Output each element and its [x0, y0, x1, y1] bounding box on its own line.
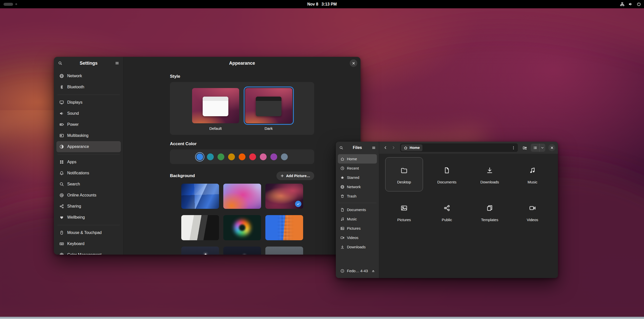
add-picture-label: Add Picture…: [286, 174, 310, 178]
workspace-pill[interactable]: [4, 3, 13, 6]
wallpaper-thumb-pixel-mosaic[interactable]: [265, 215, 303, 240]
folder-public[interactable]: Public: [428, 195, 466, 229]
sidebar-item-music[interactable]: Music: [338, 214, 377, 224]
wallpaper-thumb-geometric-blue[interactable]: [181, 184, 219, 209]
folder-desktop[interactable]: Desktop: [385, 157, 423, 191]
add-picture-button[interactable]: Add Picture…: [276, 172, 314, 180]
sidebar-item-online-accounts[interactable]: Online Accounts: [56, 190, 121, 201]
accent-swatch-orange[interactable]: [239, 153, 245, 160]
files-search-button[interactable]: [337, 144, 345, 151]
sidebar-item-search[interactable]: Search: [56, 179, 121, 190]
folder-pictures[interactable]: Pictures: [385, 195, 423, 229]
displays-icon: [59, 100, 64, 105]
settings-scroll-area[interactable]: Style Default Dark: [124, 69, 361, 255]
files-close-button[interactable]: [548, 144, 555, 151]
back-button[interactable]: [382, 144, 389, 151]
accent-swatch-slate[interactable]: [281, 153, 288, 160]
sidebar-item-label: Power: [67, 122, 79, 127]
accent-swatch-teal[interactable]: [207, 153, 214, 160]
style-preview-dark[interactable]: [245, 88, 292, 123]
accent-swatch-red[interactable]: [249, 153, 256, 160]
sidebar-item-displays[interactable]: Displays: [56, 97, 121, 108]
sidebar-item-wellbeing[interactable]: Wellbeing: [56, 212, 121, 223]
sidebar-item-label: Mouse & Touchpad: [67, 230, 102, 235]
settings-menu-button[interactable]: [113, 59, 121, 67]
sidebar-item-label: Displays: [67, 100, 82, 105]
location-menu-button[interactable]: [510, 144, 517, 151]
wallpaper-thumb-gray-sheets[interactable]: [181, 215, 219, 240]
sidebar-item-keyboard[interactable]: Keyboard: [56, 238, 121, 249]
style-option-default[interactable]: Default: [192, 88, 239, 131]
sidebar-item-sharing[interactable]: Sharing: [56, 201, 121, 212]
sidebar-item-mouse-touchpad[interactable]: Mouse & Touchpad: [56, 227, 121, 238]
sidebar-item-trash[interactable]: Trash: [338, 191, 377, 201]
sidebar-item-home[interactable]: Home: [338, 154, 377, 164]
power-icon[interactable]: [637, 2, 641, 6]
sidebar-item-sound[interactable]: Sound: [56, 108, 121, 119]
view-options-button[interactable]: [539, 144, 545, 152]
sidebar-item-appearance[interactable]: Appearance: [56, 141, 121, 152]
hamburger-menu-icon: [372, 146, 376, 150]
accent-swatch-yellow[interactable]: [228, 153, 235, 160]
wallpaper-grid: [170, 184, 314, 255]
sidebar-item-videos[interactable]: Videos: [338, 233, 377, 242]
folder-documents[interactable]: Documents: [428, 157, 466, 191]
accent-swatch-purple[interactable]: [270, 153, 277, 160]
sidebar-item-notifications[interactable]: Notifications: [56, 168, 121, 179]
sidebar-item-pictures[interactable]: Pictures: [338, 224, 377, 233]
breadcrumb-home[interactable]: Home: [401, 144, 422, 151]
settings-search-button[interactable]: [56, 59, 64, 67]
wallpaper-thumb-gray[interactable]: [265, 247, 303, 255]
folder-label: Downloads: [480, 180, 499, 184]
folder-music[interactable]: Music: [514, 157, 551, 191]
folder-templates[interactable]: Templates: [471, 195, 509, 229]
files-sidebar-title: Files: [345, 145, 370, 150]
sidebar-item-apps[interactable]: Apps: [56, 156, 121, 168]
wallpaper-thumb-night-1[interactable]: [181, 247, 219, 255]
style-preview-default[interactable]: [192, 88, 239, 123]
wallpaper-thumb-dark-waves-selected[interactable]: [265, 184, 303, 209]
close-icon: [352, 62, 355, 65]
document-emblem-icon: [444, 167, 450, 174]
accent-swatch-pink[interactable]: [260, 153, 267, 160]
sidebar-item-recent[interactable]: Recent: [338, 164, 377, 173]
list-view-button[interactable]: [531, 144, 539, 152]
settings-close-button[interactable]: [350, 59, 357, 67]
style-option-label: Default: [209, 126, 222, 131]
sidebar-item-power[interactable]: Power: [56, 119, 121, 130]
eject-button[interactable]: [370, 268, 376, 274]
folder-downloads[interactable]: Downloads: [471, 157, 509, 191]
workspace-indicator[interactable]: [4, 3, 17, 6]
system-status-area[interactable]: [620, 2, 641, 6]
files-menu-button[interactable]: [370, 144, 377, 151]
folder-label: Pictures: [397, 218, 411, 222]
files-content-grid[interactable]: Desktop Documents Downloads Music Pictur…: [379, 154, 558, 278]
folder-label: Public: [442, 218, 452, 222]
wallpaper-thumb-gradient[interactable]: [223, 184, 261, 209]
sidebar-item-documents[interactable]: Documents: [338, 205, 377, 214]
style-card: Default Dark: [170, 82, 314, 135]
folder-videos[interactable]: Videos: [514, 195, 551, 229]
path-bar[interactable]: Home: [400, 143, 518, 152]
clock[interactable]: Nov 8 3:13 PM: [307, 2, 337, 7]
wallpaper-thumb-rainbow-ring[interactable]: [223, 215, 261, 240]
sidebar-item-fedora-volume[interactable]: Fedo… 4-43: [338, 266, 377, 275]
accent-swatch-green[interactable]: [218, 153, 224, 160]
forward-button[interactable]: [390, 144, 397, 151]
video-icon: [340, 236, 344, 240]
style-option-dark[interactable]: Dark: [245, 88, 292, 131]
sidebar-item-downloads[interactable]: Downloads: [338, 242, 377, 252]
sidebar-item-network[interactable]: Network: [338, 182, 377, 191]
sidebar-item-network[interactable]: Network: [56, 70, 121, 82]
search-location-button[interactable]: [521, 144, 529, 152]
ethernet-network-icon[interactable]: [620, 2, 624, 6]
sidebar-item-bluetooth[interactable]: Bluetooth: [56, 82, 121, 93]
sidebar-item-color-management[interactable]: Color Management: [56, 249, 121, 255]
sidebar-item-starred[interactable]: Starred: [338, 173, 377, 182]
wallpaper-horizon-band: [0, 317, 644, 319]
volume-icon[interactable]: [628, 2, 633, 6]
wallpaper-thumb-night-2[interactable]: [223, 247, 261, 255]
sidebar-item-multitasking[interactable]: Multitasking: [56, 130, 121, 141]
accent-swatch-blue[interactable]: [196, 153, 203, 160]
workspace-dot[interactable]: [15, 3, 17, 5]
